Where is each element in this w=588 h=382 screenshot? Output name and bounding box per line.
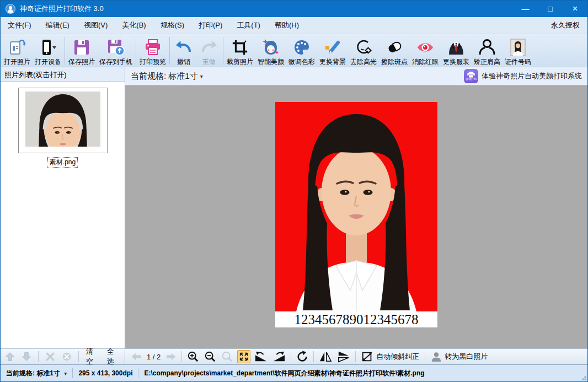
person-icon — [431, 351, 442, 362]
crop-icon — [232, 37, 248, 57]
menu-help[interactable]: 帮助(H) — [268, 17, 306, 34]
license-status: 永久授权 — [551, 20, 587, 30]
flip-horizontal-icon — [319, 351, 332, 363]
status-bar: 当前规格: 标准1寸 ▾ 295 x 413, 300dpi E:\compan… — [1, 364, 587, 381]
to-bw-label: 转为黑白照片 — [445, 352, 488, 362]
undo-button[interactable]: 撤销 — [171, 35, 196, 66]
next-arrow-icon — [165, 352, 177, 361]
tilt-correct-icon — [361, 351, 373, 363]
content-area: 照片列表(双击打开) 素材.png — [1, 67, 587, 364]
id-number-button[interactable]: 证件号码 — [503, 35, 533, 66]
toolbar-separator — [223, 37, 223, 64]
canvas-toolbar: 1 / 2 — [125, 348, 587, 364]
toolbar-label: 矫正肩高 — [474, 57, 500, 66]
separator — [313, 351, 314, 362]
zoom-reset-button — [220, 351, 234, 363]
toolbar-label: 证件号码 — [505, 57, 531, 66]
flip-vertical-button[interactable] — [336, 351, 351, 363]
crop-photo-button[interactable]: 裁剪照片 — [224, 35, 255, 66]
status-spec-dropdown[interactable]: 当前规格: 标准1寸 ▾ — [6, 369, 67, 378]
zoom-in-button[interactable] — [186, 351, 200, 363]
flip-vertical-icon — [337, 351, 350, 363]
photo-thumbnail[interactable] — [18, 88, 108, 153]
beauty-face-icon — [262, 37, 280, 57]
maximize-button[interactable]: □ — [538, 1, 563, 17]
minimize-button[interactable]: — — [513, 1, 538, 17]
arrow-up-icon — [5, 352, 15, 362]
toolbar-label: 去除高光 — [350, 57, 377, 66]
separator — [38, 351, 39, 362]
status-spec-text: 当前规格: 标准1寸 — [6, 369, 60, 377]
rotate-button[interactable] — [295, 351, 309, 363]
save-photo-button[interactable]: 保存照片 — [66, 35, 97, 66]
prev-arrow-icon — [131, 352, 142, 361]
open-photo-button[interactable]: 打开照片 — [2, 35, 33, 66]
rotate-right-icon — [272, 351, 286, 363]
change-background-button[interactable]: 更换背景 — [317, 35, 348, 66]
print-preview-icon — [144, 37, 162, 57]
edited-photo[interactable]: 123456789012345678 — [275, 102, 437, 327]
remove-highlight-button[interactable]: 去除高光 — [348, 35, 379, 66]
status-dimensions: 295 x 413, 300dpi — [78, 369, 132, 377]
menu-bar: 文件(F) 编辑(E) 视图(V) 美化(B) 规格(S) 打印(P) 工具(T… — [1, 17, 587, 34]
toolbar-label: 微调色彩 — [288, 57, 315, 66]
toolbar-label: 撤销 — [177, 57, 190, 66]
change-clothes-button[interactable]: 更换服装 — [441, 35, 472, 66]
select-all-button[interactable]: 全选 — [105, 347, 122, 367]
menu-view[interactable]: 视图(V) — [77, 17, 115, 34]
caret-down-icon: ▾ — [64, 370, 67, 376]
thumbnail-filename[interactable]: 素材.png — [47, 157, 78, 168]
eraser-icon — [386, 37, 403, 57]
smart-beauty-button[interactable]: 智能美颜 — [255, 35, 286, 66]
toolbar-label: 打印预览 — [140, 57, 166, 66]
auto-print-badge-icon: 自动打印 — [464, 69, 478, 83]
zoom-out-button[interactable] — [203, 351, 217, 363]
menu-edit[interactable]: 编辑(E) — [39, 17, 77, 34]
flip-horizontal-button[interactable] — [318, 351, 333, 363]
photo-list-panel: 照片列表(双击打开) 素材.png — [1, 67, 125, 364]
clear-button[interactable]: 清空 — [84, 347, 101, 367]
menu-file[interactable]: 文件(F) — [1, 17, 39, 34]
fit-to-window-button[interactable] — [237, 350, 250, 363]
next-page-button — [164, 352, 178, 361]
color-adjust-button[interactable]: 微调色彩 — [286, 35, 317, 66]
correct-shoulders-button[interactable]: 矫正肩高 — [472, 35, 503, 66]
separator — [425, 351, 425, 362]
portrait-image — [275, 102, 437, 311]
separator — [78, 351, 79, 362]
auto-tilt-correct-button[interactable]: 自动倾斜纠正 — [360, 351, 421, 363]
thumbnail-image — [25, 92, 100, 147]
rotate-left-icon — [254, 351, 268, 363]
palette-icon — [293, 37, 311, 57]
to-black-white-button[interactable]: 转为黑白照片 — [429, 351, 489, 362]
toolbar-label: 智能美颜 — [258, 57, 284, 66]
erase-spots-button[interactable]: 擦除斑点 — [379, 35, 410, 66]
menu-spec[interactable]: 规格(S) — [153, 17, 191, 34]
print-preview-button[interactable]: 打印预览 — [137, 35, 168, 66]
menu-tools[interactable]: 工具(T) — [229, 17, 268, 34]
menu-beautify[interactable]: 美化(B) — [115, 17, 153, 34]
open-device-button[interactable]: 打开设备 — [33, 35, 63, 66]
resize-grip[interactable] — [580, 374, 586, 380]
main-panel: 当前规格: 标准1寸 ▾ 自动打印 体验神奇照片自动美颜打印系统 1234567… — [125, 67, 587, 364]
remove-all-button — [61, 352, 73, 362]
zoom-in-icon — [187, 351, 199, 363]
open-photo-icon — [8, 37, 26, 57]
remove-red-eye-button[interactable]: 消除红眼 — [410, 35, 441, 66]
shoulders-icon — [478, 37, 496, 57]
current-spec-dropdown[interactable]: 当前规格: 标准1寸 — [131, 71, 198, 82]
separator — [355, 351, 356, 362]
photo-canvas[interactable]: 123456789012345678 — [125, 85, 587, 348]
rotate-left-button[interactable] — [253, 351, 269, 363]
app-logo-icon — [6, 4, 15, 14]
toolbar-separator — [65, 37, 65, 64]
app-window: 神奇证件照片打印软件 3.0 — □ × 文件(F) 编辑(E) 视图(V) 美… — [0, 0, 588, 382]
promo-link[interactable]: 自动打印 体验神奇照片自动美颜打印系统 — [464, 69, 582, 83]
open-device-icon — [39, 37, 57, 57]
toolbar-label: 重做 — [202, 57, 216, 66]
menu-print[interactable]: 打印(P) — [191, 17, 229, 34]
close-button[interactable]: × — [563, 1, 587, 17]
save-to-phone-button[interactable]: 保存到手机 — [97, 35, 135, 66]
rotate-right-button[interactable] — [271, 351, 287, 363]
photo-list: 素材.png — [1, 82, 125, 348]
